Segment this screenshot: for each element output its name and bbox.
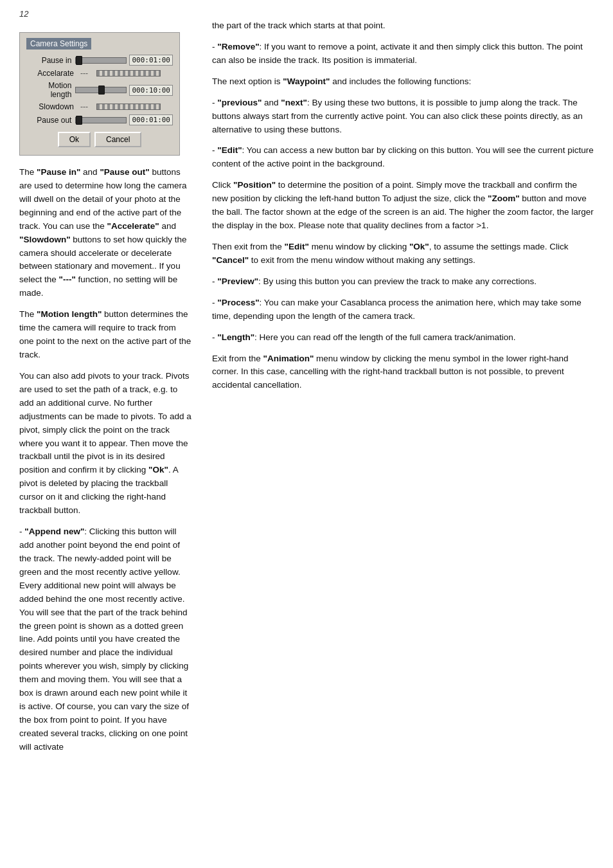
- left-para-1: The "Pause in" and "Pause out" buttons a…: [19, 166, 193, 300]
- pause-in-value: 000:01:00: [129, 55, 173, 66]
- camera-settings-title: Camera Settings: [26, 38, 91, 50]
- right-para-4: - "Edit": You can access a new button ba…: [212, 144, 594, 171]
- accelarate-slider[interactable]: ---: [78, 69, 173, 78]
- cancel-button[interactable]: Cancel: [94, 132, 141, 147]
- accelarate-dashes: ---: [78, 69, 94, 78]
- right-para-9: - "Length": Here you can read off the le…: [212, 331, 594, 345]
- motion-length-slider[interactable]: 000:10:00: [75, 85, 173, 96]
- slowdown-label: Slowdown: [26, 102, 78, 111]
- right-para-0: the part of the track which starts at th…: [212, 19, 594, 33]
- pause-in-label: Pause in: [26, 56, 75, 65]
- pause-out-label: Pause out: [26, 116, 75, 125]
- right-para-10: Exit from the "Animation" menu window by…: [212, 352, 594, 393]
- pause-in-slider[interactable]: 000:01:00: [75, 55, 173, 66]
- right-para-3: - "previous" and "next": By using these …: [212, 96, 594, 137]
- motion-length-label: Motion length: [26, 81, 75, 99]
- ok-button[interactable]: Ok: [58, 132, 91, 147]
- left-para-4: - "Append new": Clicking this button wil…: [19, 525, 193, 754]
- right-para-1: - "Remove": If you want to remove a poin…: [212, 41, 594, 68]
- pause-in-row: Pause in 000:01:00: [26, 55, 173, 66]
- slowdown-row: Slowdown ---: [26, 102, 173, 111]
- page-number: 12: [19, 9, 28, 19]
- right-para-6: Then exit from the "Edit" menu window by…: [212, 240, 594, 267]
- pause-out-value: 000:01:00: [129, 114, 173, 125]
- camera-settings-widget: Camera Settings Pause in 000:01:00 Accel…: [19, 32, 180, 156]
- right-para-5: Click "Position" to determine the positi…: [212, 179, 594, 233]
- right-column: the part of the track which starts at th…: [206, 13, 594, 762]
- slowdown-dashes: ---: [78, 102, 94, 111]
- right-para-2: The next option is "Waypoint" and includ…: [212, 75, 594, 89]
- left-para-2: The "Motion length" button determines th…: [19, 308, 193, 362]
- settings-buttons: Ok Cancel: [26, 132, 173, 147]
- right-para-8: - "Process": You can make your Casablanc…: [212, 296, 594, 323]
- pause-out-slider[interactable]: 000:01:00: [75, 114, 173, 125]
- left-column: Camera Settings Pause in 000:01:00 Accel…: [19, 13, 206, 762]
- accelarate-label: Accelarate: [26, 69, 78, 78]
- right-para-7: - "Preview": By using this button you ca…: [212, 275, 594, 289]
- motion-length-value: 000:10:00: [129, 85, 173, 96]
- pause-out-row: Pause out 000:01:00: [26, 114, 173, 125]
- left-para-3: You can also add pivots to your track. P…: [19, 370, 193, 518]
- slowdown-slider[interactable]: ---: [78, 102, 173, 111]
- accelarate-row: Accelarate ---: [26, 69, 173, 78]
- motion-length-row: Motion length 000:10:00: [26, 81, 173, 99]
